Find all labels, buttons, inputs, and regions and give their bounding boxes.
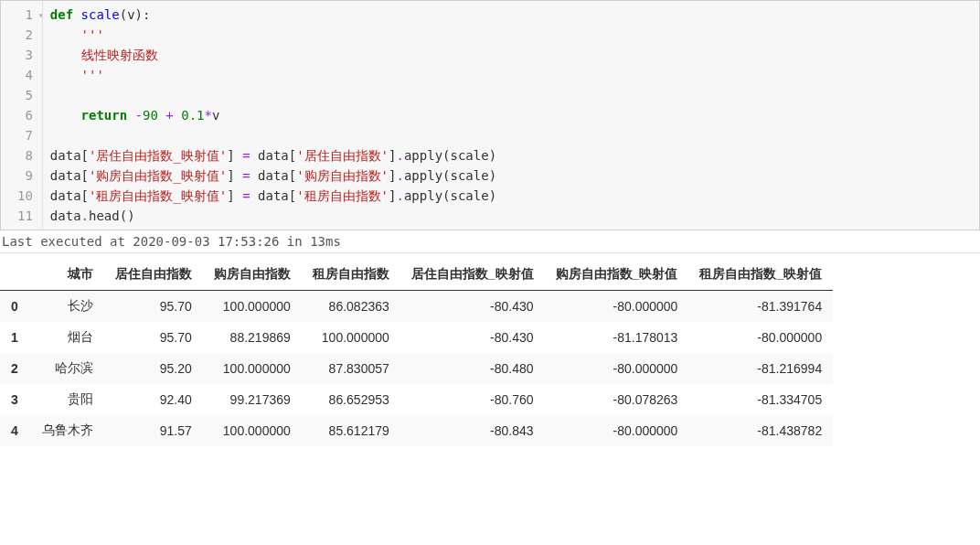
line-number: 8 — [1, 145, 42, 166]
cell-value: -80.843 — [400, 415, 545, 446]
code-editor[interactable]: def scale(v): ''' 线性映射函数 ''' return -90 … — [43, 1, 979, 230]
line-number: 6 — [1, 105, 42, 125]
line-number: 5 — [1, 85, 42, 105]
code-line[interactable]: data['购房自由指数_映射值'] = data['购房自由指数'].appl… — [50, 166, 972, 186]
cell-value: 100.000000 — [203, 353, 302, 384]
line-number: 3 — [1, 45, 42, 65]
code-cell[interactable]: 1234567891011 def scale(v): ''' 线性映射函数 '… — [0, 0, 980, 230]
table-row: 4乌鲁木齐91.57100.00000085.612179-80.843-80.… — [0, 415, 833, 446]
table-row: 1烟台95.7088.219869100.000000-80.430-81.17… — [0, 322, 833, 353]
cell-value: 99.217369 — [203, 384, 302, 415]
cell-value: -80.000000 — [545, 353, 689, 384]
cell-value: -80.000000 — [688, 322, 833, 353]
dataframe-output: 城市居住自由指数购房自由指数租房自由指数居住自由指数_映射值购房自由指数_映射值… — [0, 259, 833, 446]
cell-value: 87.830057 — [302, 353, 400, 384]
cell-value: -81.178013 — [545, 322, 689, 353]
execution-info: Last executed at 2020-09-03 17:53:26 in … — [0, 230, 980, 253]
cell-value: -80.078263 — [545, 384, 689, 415]
cell-city: 乌鲁木齐 — [31, 415, 104, 446]
cell-value: 92.40 — [104, 384, 203, 415]
code-line[interactable] — [50, 85, 972, 105]
cell-city: 烟台 — [31, 322, 104, 353]
code-line[interactable]: data['居住自由指数_映射值'] = data['居住自由指数'].appl… — [50, 145, 972, 166]
code-line[interactable]: ''' — [50, 65, 972, 85]
cell-value: -80.430 — [400, 322, 545, 353]
cell-value: 91.57 — [104, 415, 203, 446]
cell-value: -81.438782 — [688, 415, 833, 446]
line-number: 7 — [1, 125, 42, 145]
line-number: 11 — [1, 206, 42, 226]
column-header: 租房自由指数_映射值 — [688, 259, 833, 291]
cell-value: -80.760 — [400, 384, 545, 415]
code-line[interactable]: data.head() — [50, 206, 972, 226]
cell-value: -80.000000 — [545, 415, 689, 446]
column-header: 居住自由指数 — [104, 259, 203, 291]
code-line[interactable]: ''' — [50, 25, 972, 45]
cell-value: 100.000000 — [302, 322, 400, 353]
column-header: 购房自由指数 — [203, 259, 302, 291]
cell-value: 95.20 — [104, 353, 203, 384]
cell-city: 哈尔滨 — [31, 353, 104, 384]
row-index: 4 — [0, 415, 31, 446]
cell-value: -81.391764 — [688, 291, 833, 323]
code-line[interactable]: 线性映射函数 — [50, 45, 972, 65]
table-header-row: 城市居住自由指数购房自由指数租房自由指数居住自由指数_映射值购房自由指数_映射值… — [0, 259, 833, 291]
column-header: 居住自由指数_映射值 — [400, 259, 545, 291]
column-header — [0, 259, 31, 291]
cell-value: 95.70 — [104, 322, 203, 353]
code-line[interactable]: data['租房自由指数_映射值'] = data['租房自由指数'].appl… — [50, 186, 972, 206]
line-number: 2 — [1, 25, 42, 45]
cell-value: 100.000000 — [203, 415, 302, 446]
line-number: 1 — [1, 5, 42, 25]
column-header: 购房自由指数_映射值 — [545, 259, 689, 291]
row-index: 3 — [0, 384, 31, 415]
row-index: 1 — [0, 322, 31, 353]
cell-city: 贵阳 — [31, 384, 104, 415]
cell-value: 85.612179 — [302, 415, 400, 446]
column-header: 城市 — [31, 259, 104, 291]
line-number: 9 — [1, 166, 42, 186]
line-number: 10 — [1, 186, 42, 206]
code-line[interactable]: def scale(v): — [50, 5, 972, 25]
table-row: 3贵阳92.4099.21736986.652953-80.760-80.078… — [0, 384, 833, 415]
code-line[interactable]: return -90 + 0.1*v — [50, 105, 972, 125]
cell-city: 长沙 — [31, 291, 104, 323]
cell-value: 88.219869 — [203, 322, 302, 353]
column-header: 租房自由指数 — [302, 259, 400, 291]
cell-value: -80.480 — [400, 353, 545, 384]
cell-value: 100.000000 — [203, 291, 302, 323]
row-index: 2 — [0, 353, 31, 384]
line-number-gutter: 1234567891011 — [1, 1, 43, 230]
line-number: 4 — [1, 65, 42, 85]
table-row: 2哈尔滨95.20100.00000087.830057-80.480-80.0… — [0, 353, 833, 384]
cell-value: -80.000000 — [545, 291, 689, 323]
cell-value: -81.334705 — [688, 384, 833, 415]
cell-value: -80.430 — [400, 291, 545, 323]
cell-value: 95.70 — [104, 291, 203, 323]
row-index: 0 — [0, 291, 31, 323]
cell-value: -81.216994 — [688, 353, 833, 384]
table-row: 0长沙95.70100.00000086.082363-80.430-80.00… — [0, 291, 833, 323]
cell-value: 86.652953 — [302, 384, 400, 415]
cell-value: 86.082363 — [302, 291, 400, 323]
code-line[interactable] — [50, 125, 972, 145]
